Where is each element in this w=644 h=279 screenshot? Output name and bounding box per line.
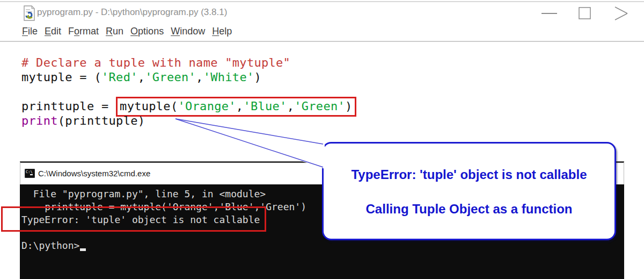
cmd-icon: C:\ [25,169,35,178]
menu-bar: FileEditFormatRunOptionsWindowHelp [22,26,232,37]
console-cursor [80,248,86,251]
menu-window[interactable]: Window [171,26,205,37]
svg-text:C:\: C:\ [26,170,33,174]
screen: pyprogram.py - D:\python\pyprogram.py (3… [0,0,644,279]
maximize-icon[interactable] [579,8,590,19]
callout-error-text: TypeError: 'tuple' object is not callabl… [351,167,587,182]
menu-help[interactable]: Help [212,26,232,37]
console-error-highlight-box [1,206,266,232]
console-prompt-line: D:\python> [21,239,624,252]
console-prompt: D:\python> [21,239,79,252]
code-line: # Declare a tuple with name "mytuple" [21,55,356,70]
code-line: printtuple = mytuple('Orange','Blue','Gr… [21,99,356,113]
code-area[interactable]: # Declare a tuple with name "mytuple"myt… [21,55,356,128]
code-error-highlight-box: mytuple('Orange','Blue','Green') [116,97,356,117]
menu-format[interactable]: Format [68,26,99,37]
callout-bubble: TypeError: 'tuple' object is not callabl… [322,142,616,240]
code-line: mytuple = ('Red','Green','White') [21,70,356,84]
close-icon[interactable] [615,7,627,20]
menu-run[interactable]: Run [106,26,123,37]
cmd-window-title: C:\Windows\system32\cmd.exe [38,169,150,178]
window-controls [0,0,644,27]
menu-separator [0,41,644,42]
menu-edit[interactable]: Edit [45,26,61,37]
menu-file[interactable]: File [22,26,38,37]
menu-options[interactable]: Options [130,26,164,37]
callout-explanation-text: Calling Tuple Object as a function [366,202,573,217]
